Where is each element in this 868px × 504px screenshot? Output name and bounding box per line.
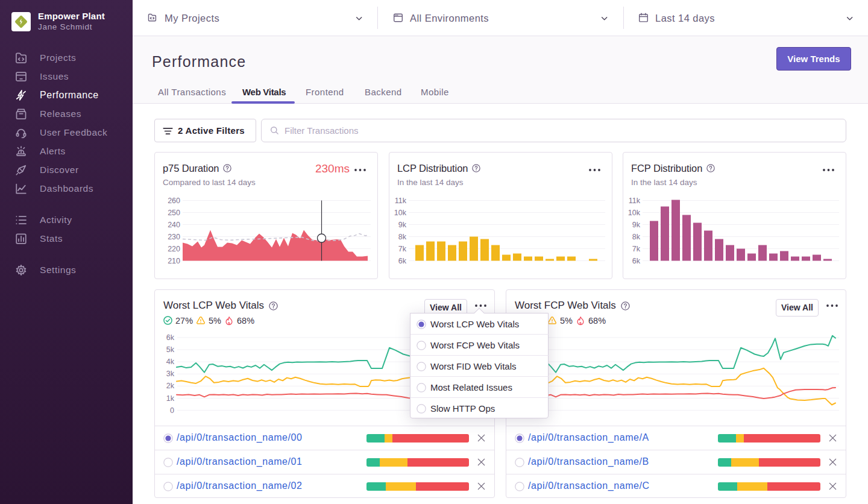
svg-text:4k: 4k [166,358,175,366]
svg-text:210: 210 [168,257,180,265]
svg-text:10k: 10k [394,209,407,217]
svg-text:240: 240 [168,221,180,229]
svg-text:9k: 9k [398,221,407,229]
svg-text:11k: 11k [395,197,407,205]
svg-text:6k: 6k [166,333,175,342]
svg-text:6k: 6k [632,257,641,265]
svg-text:1k: 1k [166,394,175,403]
svg-text:7k: 7k [398,245,407,253]
svg-text:260: 260 [168,197,180,205]
svg-text:8k: 8k [398,233,407,241]
svg-text:7k: 7k [632,245,641,253]
svg-text:8k: 8k [632,233,641,241]
svg-text:10k: 10k [628,209,641,217]
svg-text:9k: 9k [632,221,641,229]
svg-text:250: 250 [168,209,180,217]
svg-text:2k: 2k [166,382,175,390]
svg-text:5k: 5k [166,345,175,354]
svg-text:6k: 6k [398,257,407,265]
svg-text:220: 220 [168,245,180,253]
svg-text:11k: 11k [629,197,641,205]
svg-text:3k: 3k [166,370,175,378]
svg-text:230: 230 [168,233,180,241]
svg-text:0: 0 [170,406,174,415]
